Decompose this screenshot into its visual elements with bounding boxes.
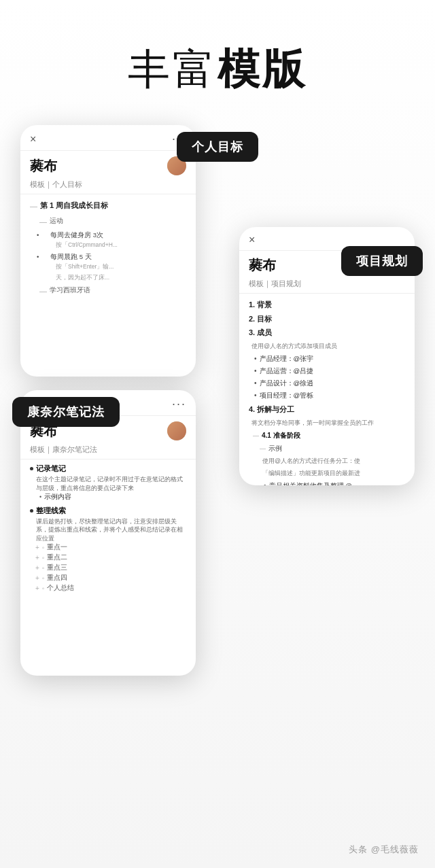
card-content: — 第 1 周自我成长目标 — 运动 每周去健身房 3次 按「Ctrl/Cpmm… xyxy=(20,194,196,305)
card-subtitle: 模板｜康奈尔笔记法 xyxy=(20,443,196,459)
card-user-name: 蕤布 xyxy=(249,256,276,275)
title-bold-part: 模版 xyxy=(218,46,307,92)
card-user-name: 蕤布 xyxy=(30,157,57,175)
cornell-plus: +◦ 重点三 xyxy=(30,563,186,572)
card-cornell-notes: × ··· 蕤布 模板｜康奈尔笔记法 记录笔记 在这个主题记录笔记，记录时不用过… xyxy=(20,390,196,676)
cornell-item-desc: 课后趁热打铁，尽快整理笔记内容，注意安排层级关系，提炼出重点和线索，并将个人感受… xyxy=(30,517,186,543)
proj-note: 「编辑描述」功能更新项目的最新进 xyxy=(249,468,405,478)
proj-note: 使用@人名的方式进行任务分工：使 xyxy=(249,456,405,466)
header-title-area: 丰富模版 xyxy=(128,41,307,98)
title-light-part: 丰富 xyxy=(128,46,218,92)
proj-item: 2. 目标 xyxy=(249,313,405,326)
content-note: 按「Shift+Enter」输... xyxy=(30,262,186,272)
proj-bullet: •产品设计：@徐逍 xyxy=(249,378,405,389)
card-topbar: × ··· xyxy=(20,125,196,151)
content-row: — 学习西班牙语 xyxy=(30,285,186,298)
proj-note: 将文档分享给同事，第一时间掌握全员的工作 xyxy=(249,418,405,428)
content-row: — 第 1 周自我成长目标 xyxy=(30,200,186,213)
card-subtitle: 模板｜个人目标 xyxy=(20,178,196,194)
cornell-item-record: 记录笔记 在这个主题记录笔记，记录时不用过于在意笔记的格式与层级，重点将信息的要… xyxy=(30,464,186,502)
proj-item: 4. 拆解与分工 xyxy=(249,404,405,416)
cornell-content: 记录笔记 在这个主题记录笔记，记录时不用过于在意笔记的格式与层级，重点将信息的要… xyxy=(20,459,196,601)
proj-item: 3. 成员 xyxy=(249,327,405,339)
cornell-plus: +◦ 个人总结 xyxy=(30,584,186,593)
card-subtitle: 模板｜项目规划 xyxy=(239,277,415,294)
cornell-plus: +◦ 重点一 xyxy=(30,543,186,552)
proj-bullet: •竞品相关资料收集及整理 @ xyxy=(249,481,405,485)
cornell-plus: +◦ 重点四 xyxy=(30,574,186,583)
cornell-sub: • 示例内容 xyxy=(30,493,186,502)
content-row: — 运动 xyxy=(30,215,186,228)
cornell-item-organize: 整理线索 课后趁热打铁，尽快整理笔记内容，注意安排层级关系，提炼出重点和线索，并… xyxy=(30,506,186,593)
cards-area: 个人目标 × ··· 蕤布 模板｜个人目标 — 第 1 周自我成长目标 xyxy=(0,125,435,716)
content-bullet: 每周晨跑 5 天 xyxy=(30,251,186,262)
watermark: 头条 @毛线薇薇 xyxy=(349,844,419,856)
more-icon[interactable]: ··· xyxy=(172,397,186,411)
content-bullet: 每周去健身房 3次 xyxy=(30,230,186,240)
content-note: 天，因为起不了床... xyxy=(30,273,186,283)
avatar-image xyxy=(167,421,186,440)
cornell-plus: +◦ 重点二 xyxy=(30,553,186,562)
close-icon[interactable]: × xyxy=(30,133,36,145)
content-note: 按「Ctrl/Cpmmand+H... xyxy=(30,241,186,250)
label-personal: 个人目标 xyxy=(177,132,258,162)
main-title: 丰富模版 xyxy=(128,41,307,98)
label-project: 项目规划 xyxy=(341,246,423,276)
proj-note: 使用@人名的方式添加项目成员 xyxy=(249,341,405,351)
proj-sub-row: — 示例 xyxy=(249,443,405,453)
close-icon[interactable]: × xyxy=(249,234,255,246)
cornell-item-desc: 在这个主题记录笔记，记录时不用过于在意笔记的格式与层级，重点将信息的要点记录下来 xyxy=(30,475,186,493)
card-personal-goal: × ··· 蕤布 模板｜个人目标 — 第 1 周自我成长目标 — 运动 每 xyxy=(20,125,196,377)
proj-bullet: •项目经理：@管栎 xyxy=(249,390,405,401)
proj-bullet: •产品经理：@张宇 xyxy=(249,353,405,364)
card-project-content: 1. 背景 2. 目标 3. 成员 使用@人名的方式添加项目成员 •产品经理：@… xyxy=(239,294,415,485)
proj-item: 1. 背景 xyxy=(249,299,405,311)
proj-bullet: •产品运营：@吕捷 xyxy=(249,366,405,377)
page-background: 丰富模版 个人目标 × ··· 蕤布 模板｜个人目标 — xyxy=(0,0,435,868)
card-title-row: 蕤布 xyxy=(20,151,196,178)
label-cornell: 康奈尔笔记法 xyxy=(12,397,120,427)
avatar xyxy=(167,421,186,440)
proj-sub-row: — 4.1 准备阶段 xyxy=(249,430,405,441)
